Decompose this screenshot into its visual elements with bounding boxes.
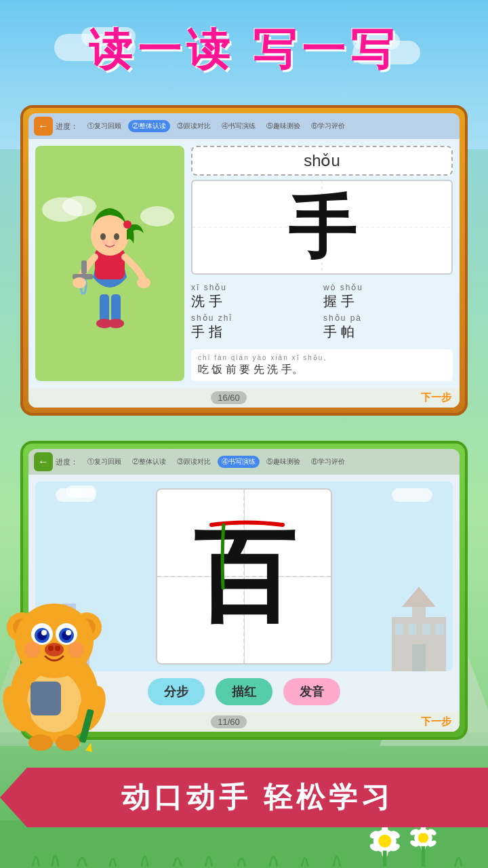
svg-point-3 (140, 206, 174, 226)
card1-illustration (35, 146, 184, 381)
card2-next-button[interactable]: 下一步 (421, 715, 451, 728)
card2-writing-box[interactable]: 百 (156, 488, 332, 665)
flowers-svg (14, 821, 474, 868)
card1-sentence-text: 吃 饭 前 要 先 洗 手。 (198, 363, 446, 377)
card1-page-num: 16/60 (211, 391, 247, 404)
card1-progress-bar: ← 进度： ①复习回顾 ②整体认读 ③跟读对比 ④书写演练 ⑤趣味测验 ⑥学习评… (28, 113, 460, 139)
word-3-pinyin: shǒu zhǐ (191, 313, 321, 323)
card1-character: 手 (288, 193, 356, 261)
card1-step6[interactable]: ⑥学习评价 (307, 120, 349, 132)
word-4-chars: 手 帕 (323, 323, 453, 341)
svg-point-64 (28, 734, 53, 751)
svg-point-57 (24, 642, 41, 658)
word-2-pinyin: wò shǒu (323, 283, 453, 292)
svg-point-13 (114, 233, 119, 240)
card2-progress-bar: ← 进度： ①复习回顾 ②整体认读 ③跟读对比 ④书写演练 ⑤趣味测验 ⑥学习评… (28, 449, 460, 475)
svg-point-14 (102, 240, 108, 244)
bottom-banner-text: 动口动手 轻松学习 (121, 781, 394, 813)
card1-character-box: 手 (191, 180, 453, 275)
svg-rect-37 (436, 624, 444, 635)
card1-pinyin: shǒu (304, 151, 340, 170)
stroke-overlay-svg (157, 490, 331, 663)
illustration-svg (35, 189, 184, 338)
svg-rect-17 (81, 260, 87, 274)
card2-btn-steps[interactable]: 分步 (148, 678, 205, 705)
card1-right: shǒu 手 xī shǒu 洗 手 (191, 146, 453, 381)
panel-card1: ← 进度： ①复习回顾 ②整体认读 ③跟读对比 ④书写演练 ⑤趣味测验 ⑥学习评… (20, 105, 468, 416)
building-right (388, 583, 449, 671)
word-1: xī shǒu 洗 手 (191, 283, 321, 311)
card1-content: shǒu 手 xī shǒu 洗 手 (28, 139, 460, 388)
card2-step2[interactable]: ②整体认读 (128, 456, 170, 468)
svg-point-55 (48, 646, 54, 651)
svg-rect-38 (412, 644, 426, 671)
card1-sentence: chī fàn qián yào xiān xǐ shǒu。 吃 饭 前 要 先… (191, 349, 453, 381)
svg-point-56 (55, 646, 60, 651)
svg-rect-75 (383, 850, 387, 867)
word-4: shǒu pà 手 帕 (323, 313, 453, 341)
bottom-banner: 动口动手 轻松学习 (0, 768, 488, 827)
word-2: wò shǒu 握 手 (323, 283, 453, 311)
card2-step4[interactable]: ④书写演练 (218, 456, 260, 468)
card2-btn-sound[interactable]: 发音 (283, 678, 340, 705)
card1-step4[interactable]: ④书写演练 (218, 120, 260, 132)
svg-point-53 (66, 630, 71, 635)
svg-point-58 (68, 642, 84, 658)
svg-point-77 (418, 833, 428, 843)
svg-rect-84 (422, 846, 426, 867)
svg-rect-63 (30, 682, 61, 715)
svg-point-15 (111, 240, 118, 244)
card1-progress-label: 进度： (56, 121, 78, 132)
svg-rect-34 (395, 624, 403, 635)
card2-page-num: 11/60 (211, 715, 247, 728)
card1-back-button[interactable]: ← (34, 117, 53, 136)
svg-point-12 (100, 233, 106, 240)
word-4-pinyin: shǒu pà (323, 313, 453, 323)
svg-marker-33 (402, 587, 436, 607)
svg-rect-36 (422, 624, 430, 635)
bear-mascot (0, 576, 122, 753)
card1-step3[interactable]: ③跟读对比 (173, 120, 215, 132)
card2-step1[interactable]: ①复习回顾 (83, 456, 125, 468)
card2-step6[interactable]: ⑥学习评价 (307, 456, 349, 468)
svg-point-54 (45, 643, 64, 656)
svg-point-11 (123, 220, 131, 229)
card2-btn-trace[interactable]: 描红 (216, 678, 272, 705)
svg-point-19 (137, 277, 150, 288)
card2-progress-label: 进度： (56, 457, 78, 467)
main-title: 读一读 写一写 (0, 20, 488, 79)
card1-step2[interactable]: ②整体认读 (128, 120, 170, 132)
svg-point-2 (62, 196, 96, 216)
card2-step3[interactable]: ③跟读对比 (173, 456, 215, 468)
card1-step5[interactable]: ⑤趣味测验 (262, 120, 304, 132)
card1-pinyin-box: shǒu (191, 146, 453, 176)
deco-cloud-l2 (66, 486, 96, 498)
word-1-pinyin: xī shǒu (191, 283, 321, 292)
card2-action-buttons: 分步 描红 发音 (148, 678, 340, 705)
svg-point-45 (15, 604, 94, 678)
svg-marker-62 (85, 742, 94, 752)
flowers-row (0, 821, 488, 868)
card1-inner: ← 进度： ①复习回顾 ②整体认读 ③跟读对比 ④书写演练 ⑤趣味测验 ⑥学习评… (28, 113, 460, 408)
card1-page-indicator: 16/60 下一步 (28, 388, 460, 408)
svg-point-52 (41, 630, 47, 635)
svg-rect-35 (409, 624, 417, 635)
deco-cloud-r (392, 488, 432, 502)
card2-step5[interactable]: ⑤趣味测验 (262, 456, 304, 468)
word-3: shǒu zhǐ 手 指 (191, 313, 321, 341)
svg-point-68 (378, 835, 391, 848)
card2-back-button[interactable]: ← (34, 452, 53, 471)
word-2-chars: 握 手 (323, 292, 453, 311)
card1-step1[interactable]: ①复习回顾 (83, 120, 125, 132)
svg-point-65 (56, 734, 80, 751)
svg-point-10 (91, 215, 129, 256)
svg-point-7 (108, 319, 124, 328)
card1-words-grid: xī shǒu 洗 手 wò shǒu 握 手 shǒu zhǐ 手 指 shǒ… (191, 279, 453, 345)
word-1-chars: 洗 手 (191, 292, 321, 311)
svg-point-18 (73, 277, 86, 288)
card1-next-button[interactable]: 下一步 (421, 391, 451, 404)
bear-svg (0, 576, 122, 753)
card1-sentence-pinyin: chī fàn qián yào xiān xǐ shǒu。 (198, 353, 446, 363)
word-3-chars: 手 指 (191, 323, 321, 341)
